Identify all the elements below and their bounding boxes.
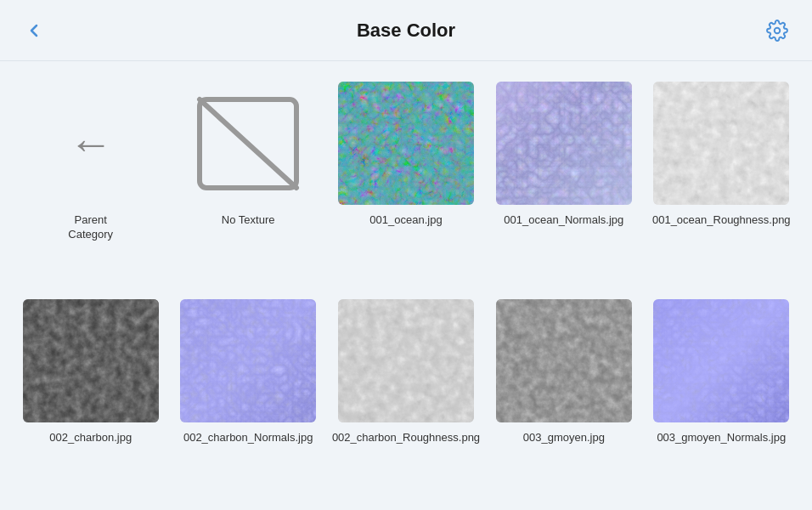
- svg-rect-4: [496, 82, 632, 205]
- texture-thumb: [180, 299, 316, 422]
- texture-preview: [496, 299, 632, 422]
- no-texture-icon: [193, 93, 303, 195]
- texture-preview: [180, 299, 316, 422]
- item-label: ParentCategory: [68, 213, 113, 242]
- list-item[interactable]: 001_ocean_Roughness.png: [648, 82, 795, 286]
- list-item[interactable]: 003_gmoyen_Normals.jpg: [648, 299, 795, 490]
- settings-button[interactable]: [759, 13, 795, 48]
- list-item[interactable]: 003_gmoyen.jpg: [490, 299, 637, 490]
- parent-category-thumb: ←: [23, 82, 159, 205]
- svg-point-0: [775, 27, 781, 33]
- texture-thumb: [653, 82, 789, 205]
- list-item[interactable]: 002_charbon_Roughness.png: [332, 299, 480, 490]
- no-texture-thumb: [180, 82, 316, 205]
- texture-preview: [496, 82, 632, 205]
- svg-rect-6: [23, 299, 159, 422]
- list-item[interactable]: 002_charbon.jpg: [17, 299, 164, 490]
- texture-preview: [653, 82, 789, 205]
- item-label: 002_charbon_Normals.jpg: [183, 431, 313, 445]
- app-container: Base Color ← ParentCategory: [0, 0, 812, 510]
- list-item[interactable]: 001_ocean_Normals.jpg: [490, 82, 637, 286]
- header: Base Color: [0, 0, 812, 61]
- svg-line-2: [200, 99, 296, 188]
- item-label: 001_ocean_Normals.jpg: [504, 213, 623, 228]
- item-label: 001_ocean.jpg: [369, 213, 442, 228]
- texture-thumb: [653, 299, 789, 422]
- header-left: [17, 14, 68, 48]
- item-label: No Texture: [222, 213, 275, 228]
- list-item[interactable]: No Texture: [174, 82, 321, 286]
- back-arrow-icon: ←: [69, 122, 113, 166]
- texture-thumb: [496, 82, 632, 205]
- texture-preview: [338, 299, 474, 422]
- item-label: 003_gmoyen.jpg: [523, 431, 605, 445]
- svg-rect-9: [496, 299, 632, 422]
- list-item[interactable]: ← ParentCategory: [17, 82, 164, 286]
- item-label: 001_ocean_Roughness.png: [652, 213, 791, 228]
- svg-rect-8: [338, 299, 474, 422]
- texture-thumb: [338, 299, 474, 422]
- texture-thumb: [338, 82, 474, 205]
- back-button[interactable]: [17, 14, 51, 48]
- texture-grid: ← ParentCategory No Texture: [0, 61, 812, 510]
- texture-preview: [23, 299, 159, 422]
- texture-preview: [338, 82, 474, 205]
- svg-rect-7: [180, 299, 316, 422]
- list-item[interactable]: 002_charbon_Normals.jpg: [174, 299, 321, 490]
- svg-rect-10: [653, 299, 789, 422]
- svg-rect-3: [338, 82, 474, 205]
- item-label: 002_charbon.jpg: [49, 431, 132, 445]
- texture-preview: [653, 299, 789, 422]
- item-label: 003_gmoyen_Normals.jpg: [657, 431, 786, 445]
- svg-rect-5: [653, 82, 789, 205]
- list-item[interactable]: 001_ocean.jpg: [332, 82, 480, 286]
- page-title: Base Color: [357, 20, 455, 42]
- texture-thumb: [496, 299, 632, 422]
- header-right: [744, 13, 795, 48]
- item-label: 002_charbon_Roughness.png: [332, 431, 480, 445]
- texture-thumb: [23, 299, 159, 422]
